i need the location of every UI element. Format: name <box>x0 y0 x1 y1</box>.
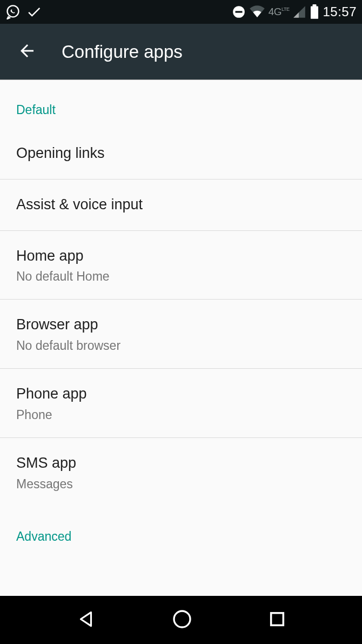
nav-home-button[interactable] <box>171 608 193 632</box>
item-title: Phone app <box>16 384 346 404</box>
whatsapp-icon <box>5 4 21 19</box>
item-subtitle: No default browser <box>16 338 346 353</box>
back-button[interactable] <box>17 41 37 63</box>
app-bar: Configure apps <box>0 24 362 80</box>
item-title: Opening links <box>16 143 346 164</box>
nav-recent-button[interactable] <box>268 610 286 630</box>
svg-rect-2 <box>235 11 242 12</box>
item-subtitle: Messages <box>16 477 346 492</box>
svg-rect-4 <box>313 4 317 7</box>
item-sms-app[interactable]: SMS app Messages <box>0 438 362 507</box>
item-title: SMS app <box>16 453 346 474</box>
status-bar: 4GLTE 15:57 <box>0 0 362 24</box>
do-not-disturb-icon <box>232 5 246 19</box>
checkmark-icon <box>26 4 42 20</box>
section-header-default: Default <box>0 80 362 128</box>
battery-icon <box>310 4 319 19</box>
item-subtitle: No default Home <box>16 269 346 284</box>
signal-icon <box>292 5 306 19</box>
svg-point-5 <box>174 611 190 627</box>
item-title: Browser app <box>16 315 346 335</box>
item-opening-links[interactable]: Opening links <box>0 128 362 180</box>
item-title: Assist & voice input <box>16 195 346 215</box>
network-type-label: 4GLTE <box>269 6 290 18</box>
item-phone-app[interactable]: Phone app Phone <box>0 369 362 438</box>
item-browser-app[interactable]: Browser app No default browser <box>0 300 362 369</box>
item-home-app[interactable]: Home app No default Home <box>0 231 362 300</box>
section-header-advanced: Advanced <box>0 507 362 555</box>
item-subtitle: Phone <box>16 408 346 422</box>
wifi-icon <box>249 5 265 19</box>
settings-list: Default Opening links Assist & voice inp… <box>0 80 362 555</box>
status-clock: 15:57 <box>323 4 357 19</box>
navigation-bar <box>0 596 362 644</box>
page-title: Configure apps <box>62 42 183 62</box>
item-title: Home app <box>16 246 346 267</box>
svg-point-0 <box>8 5 19 17</box>
item-assist-voice[interactable]: Assist & voice input <box>0 180 362 231</box>
nav-back-button[interactable] <box>76 609 96 632</box>
svg-rect-3 <box>311 6 318 19</box>
svg-rect-6 <box>271 613 284 625</box>
